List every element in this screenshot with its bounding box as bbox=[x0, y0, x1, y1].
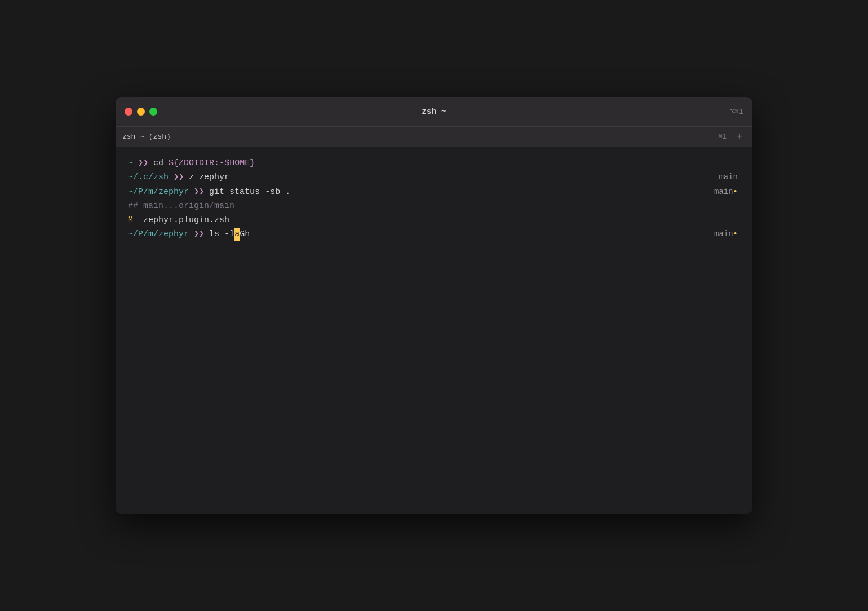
command-2: z zephyr bbox=[184, 171, 229, 184]
terminal-cursor: a bbox=[234, 228, 240, 241]
tab-label[interactable]: zsh ~ (zsh) bbox=[122, 132, 171, 141]
tab-bar-inner: zsh ~ (zsh) ⌘1 + bbox=[122, 131, 746, 143]
new-tab-button[interactable]: + bbox=[733, 131, 746, 143]
command-after-cursor-6: Gh bbox=[240, 228, 250, 241]
right-badge-6: main• bbox=[714, 228, 740, 241]
prompt-arrows-1: ❯❯ bbox=[138, 157, 148, 170]
term-left-6: ~/P/m/zephyr ❯❯ ls -laGh bbox=[128, 228, 250, 241]
terminal-line-3: ~/P/m/zephyr ❯❯ git status -sb . main• bbox=[128, 185, 740, 198]
right-badge-2: main bbox=[719, 171, 740, 184]
minimize-button[interactable] bbox=[137, 108, 145, 116]
comment-text-4: ## main...origin/main bbox=[128, 200, 234, 212]
prompt-tilde-1: ~ bbox=[128, 157, 133, 170]
traffic-lights bbox=[125, 108, 157, 116]
terminal-window: zsh ~ ⌥⌘1 zsh ~ (zsh) ⌘1 + ~ ❯❯ cd ${ZDO… bbox=[116, 97, 752, 514]
maximize-button[interactable] bbox=[149, 108, 157, 116]
close-button[interactable] bbox=[125, 108, 132, 116]
prompt-space-2 bbox=[169, 171, 174, 184]
prompt-tilde-2: ~/.c/zsh bbox=[128, 171, 169, 184]
prompt-arrows-6: ❯❯ bbox=[194, 228, 204, 241]
terminal-line-2: ~/.c/zsh ❯❯ z zephyr main bbox=[128, 171, 740, 184]
command-before-cursor-6: ls -l bbox=[204, 228, 234, 241]
term-left-3: ~/P/m/zephyr ❯❯ git status -sb . bbox=[128, 185, 290, 198]
command-1: cd bbox=[148, 157, 169, 170]
modified-char-5: M bbox=[128, 214, 133, 227]
prompt-space-6 bbox=[189, 228, 194, 241]
prompt-tilde-6: ~/P/m/zephyr bbox=[128, 228, 189, 241]
terminal-line-6: ~/P/m/zephyr ❯❯ ls -laGh main• bbox=[128, 228, 740, 241]
command-arg-1: ${ZDOTDIR:-$HOME} bbox=[169, 157, 255, 170]
tab-bar: zsh ~ (zsh) ⌘1 + bbox=[116, 126, 752, 147]
terminal-line-5: M zephyr.plugin.zsh bbox=[128, 214, 740, 227]
term-left-2: ~/.c/zsh ❯❯ z zephyr bbox=[128, 171, 229, 184]
tab-right: ⌘1 + bbox=[719, 131, 746, 143]
prompt-arrows-3: ❯❯ bbox=[194, 185, 204, 198]
prompt-space-1 bbox=[133, 157, 138, 170]
tab-shortcut: ⌘1 bbox=[719, 132, 727, 141]
terminal-body[interactable]: ~ ❯❯ cd ${ZDOTDIR:-$HOME} ~/.c/zsh ❯❯ z … bbox=[116, 147, 752, 514]
prompt-space-3 bbox=[189, 185, 194, 198]
dot-badge-6: • bbox=[733, 229, 738, 238]
filename-5: zephyr.plugin.zsh bbox=[133, 214, 229, 227]
right-badge-3: main• bbox=[714, 186, 740, 198]
window-shortcut: ⌥⌘1 bbox=[730, 107, 743, 116]
command-3: git status -sb . bbox=[204, 185, 290, 198]
dot-badge-3: • bbox=[733, 187, 738, 196]
window-title: zsh ~ bbox=[422, 107, 446, 116]
terminal-line-4: ## main...origin/main bbox=[128, 200, 740, 212]
terminal-line-1: ~ ❯❯ cd ${ZDOTDIR:-$HOME} bbox=[128, 157, 740, 170]
title-bar: zsh ~ ⌥⌘1 bbox=[116, 97, 752, 126]
prompt-tilde-3: ~/P/m/zephyr bbox=[128, 185, 189, 198]
prompt-arrows-2: ❯❯ bbox=[174, 171, 184, 184]
